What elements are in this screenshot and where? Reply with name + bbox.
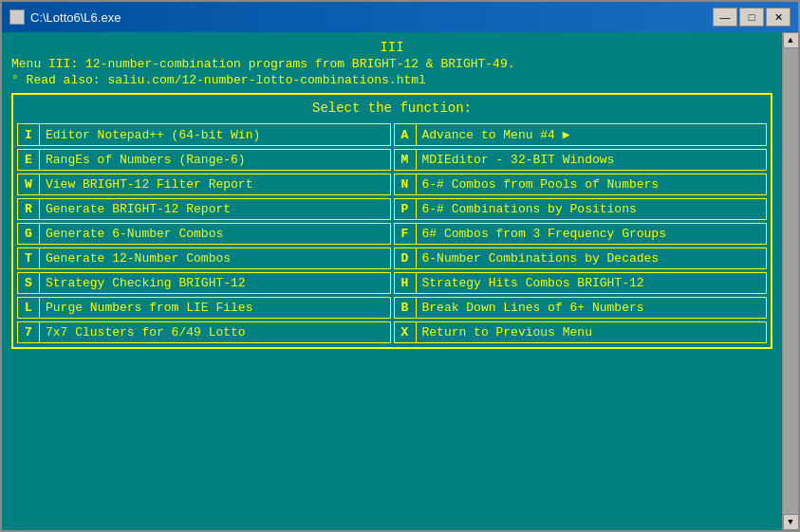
menu-label[interactable]: Generate 6-Number Combos [40,223,391,245]
menu-row[interactable]: E RangEs of Numbers (Range-6) [17,149,391,171]
menu-key[interactable]: G [17,223,40,245]
menu-label[interactable]: Return to Previous Menu [417,321,768,343]
menu-row[interactable]: W View BRIGHT-12 Filter Report [17,174,391,195]
menu-key[interactable]: W [17,174,40,195]
scrollbar: ▲ ▼ [782,32,798,530]
menu-label[interactable]: 6# Combos from 3 Frequency Groups [417,223,768,245]
scroll-up-button[interactable]: ▲ [783,32,799,48]
menu-key[interactable]: A [394,123,417,146]
maximize-button[interactable]: □ [739,8,764,27]
menu-key[interactable]: E [17,149,40,171]
window-title: C:\Lotto6\L6.exe [30,10,713,25]
menu-row[interactable]: H Strategy Hits Combos BRIGHT-12 [394,272,768,294]
menu-label[interactable]: Editor Notepad++ (64-bit Win) [40,123,391,146]
menu-label[interactable]: Advance to Menu #4 ▶ [417,123,768,146]
menu-key[interactable]: F [394,223,417,245]
menu-label[interactable]: 6-# Combos from Pools of Numbers [417,174,768,195]
window-icon [9,9,25,25]
menu-key[interactable]: S [17,272,40,294]
menu-row[interactable]: M MDIEditor - 32-BIT Windows [394,149,768,171]
menu-row[interactable]: L Purge Numbers from LIE Files [17,297,391,319]
menu-row[interactable]: T Generate 12-Number Combos [17,248,391,269]
menu-label[interactable]: 6-# Combinations by Positions [417,198,768,220]
menu-key[interactable]: T [17,248,40,269]
menu-row[interactable]: N 6-# Combos from Pools of Numbers [394,174,768,195]
window-body: III Menu III: 12-number-combination prog… [2,32,798,530]
menu-label[interactable]: RangEs of Numbers (Range-6) [40,149,391,171]
scroll-track[interactable] [783,48,798,514]
menu-box: Select the function: I Editor Notepad++ … [11,93,772,349]
menu-key[interactable]: H [394,272,417,294]
menu-label[interactable]: Generate BRIGHT-12 Report [40,198,391,220]
menu-row[interactable]: F 6# Combos from 3 Frequency Groups [394,223,768,245]
menu-label[interactable]: Strategy Hits Combos BRIGHT-12 [417,272,768,294]
menu-label[interactable]: Generate 12-Number Combos [40,248,391,269]
menu-key[interactable]: P [394,198,417,220]
app-window: C:\Lotto6\L6.exe — □ ✕ III Menu III: 12-… [0,0,800,532]
menu-label[interactable]: View BRIGHT-12 Filter Report [40,174,391,195]
menu-key[interactable]: R [17,198,40,220]
menu-key[interactable]: 7 [17,321,40,343]
menu-key[interactable]: N [394,174,417,195]
menu-key[interactable]: I [17,123,40,146]
menu-description: Menu III: 12-number-combination programs… [11,57,772,71]
menu-label[interactable]: Purge Numbers from LIE Files [40,297,391,319]
menu-row[interactable]: X Return to Previous Menu [394,321,768,343]
menu-title: III [11,40,772,55]
menu-row[interactable]: S Strategy Checking BRIGHT-12 [17,272,391,294]
minimize-button[interactable]: — [713,8,737,27]
read-also-line: ° Read also: saliu.com/12-number-lotto-c… [11,73,772,87]
menu-row[interactable]: G Generate 6-Number Combos [17,223,391,245]
menu-label[interactable]: 7x7 Clusters for 6/49 Lotto [40,321,391,343]
menu-row[interactable]: R Generate BRIGHT-12 Report [17,198,391,220]
menu-row[interactable]: 7 7x7 Clusters for 6/49 Lotto [17,321,391,343]
menu-key[interactable]: L [17,297,40,319]
menu-row[interactable]: A Advance to Menu #4 ▶ [394,123,768,146]
menu-key[interactable]: D [394,248,417,269]
menu-row[interactable]: D 6-Number Combinations by Decades [394,248,768,269]
menu-label[interactable]: MDIEditor - 32-BIT Windows [417,149,768,171]
scroll-down-button[interactable]: ▼ [783,514,799,530]
menu-key[interactable]: B [394,297,417,319]
menu-label[interactable]: 6-Number Combinations by Decades [417,248,768,269]
title-buttons: — □ ✕ [713,8,791,27]
main-content: III Menu III: 12-number-combination prog… [2,32,782,530]
menu-row[interactable]: B Break Down Lines of 6+ Numbers [394,297,768,319]
menu-row[interactable]: I Editor Notepad++ (64-bit Win) [17,123,391,146]
menu-row[interactable]: P 6-# Combinations by Positions [394,198,768,220]
menu-key[interactable]: M [394,149,417,171]
close-button[interactable]: ✕ [766,8,791,27]
select-function-label: Select the function: [17,99,767,118]
menu-label[interactable]: Break Down Lines of 6+ Numbers [417,297,768,319]
menu-label[interactable]: Strategy Checking BRIGHT-12 [40,272,391,294]
menu-grid: I Editor Notepad++ (64-bit Win) A Advanc… [17,123,767,343]
menu-key[interactable]: X [394,321,417,343]
title-bar: C:\Lotto6\L6.exe — □ ✕ [2,2,798,32]
